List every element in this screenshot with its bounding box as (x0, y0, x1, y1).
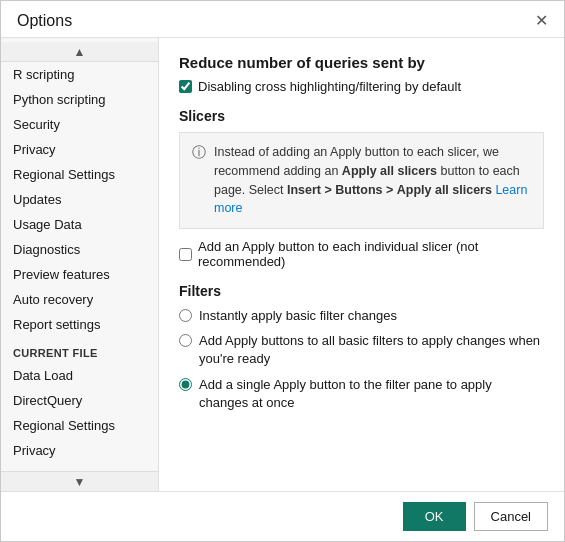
sidebar-item[interactable]: Preview features (1, 262, 158, 287)
close-button[interactable]: ✕ (531, 11, 552, 31)
ok-button[interactable]: OK (403, 502, 466, 531)
slicers-title: Slicers (179, 108, 544, 124)
filter-radio-label: Instantly apply basic filter changes (199, 307, 397, 325)
info-apply-all-2: Apply all slicers (397, 183, 492, 197)
section-title: Reduce number of queries sent by (179, 54, 544, 71)
filter-radio-label: Add a single Apply button to the filter … (199, 376, 544, 412)
disabling-checkbox[interactable] (179, 80, 192, 93)
title-bar: Options ✕ (1, 1, 564, 37)
sidebar-item[interactable]: R scripting (1, 62, 158, 87)
filter-radio-0[interactable] (179, 309, 192, 322)
sidebar-item[interactable]: Updates (1, 187, 158, 212)
sidebar-item[interactable]: Diagnostics (1, 237, 158, 262)
info-box: ⓘ Instead of adding an Apply button to e… (179, 132, 544, 229)
individual-checkbox-label: Add an Apply button to each individual s… (198, 239, 544, 269)
sidebar-item[interactable]: Privacy (1, 137, 158, 162)
filter-radio-row: Add a single Apply button to the filter … (179, 376, 544, 412)
dialog-body: ▲ R scriptingPython scriptingSecurityPri… (1, 37, 564, 491)
filter-radio-row: Instantly apply basic filter changes (179, 307, 544, 325)
filter-radio-2[interactable] (179, 378, 192, 391)
dialog-footer: OK Cancel (1, 491, 564, 541)
filter-radio-group: Instantly apply basic filter changesAdd … (179, 307, 544, 412)
sidebar-item[interactable]: Report settings (1, 312, 158, 337)
sidebar-item[interactable]: Regional Settings (1, 413, 158, 438)
sidebar-item[interactable]: Auto recovery (1, 287, 158, 312)
sidebar-item[interactable]: Regional Settings (1, 162, 158, 187)
scroll-down-button[interactable]: ▼ (1, 471, 158, 491)
disabling-checkbox-label: Disabling cross highlighting/filtering b… (198, 79, 461, 94)
cancel-button[interactable]: Cancel (474, 502, 548, 531)
individual-slicer-checkbox[interactable] (179, 248, 192, 261)
filter-radio-label: Add Apply buttons to all basic filters t… (199, 332, 544, 368)
info-icon: ⓘ (192, 144, 206, 162)
sidebar-item[interactable]: Auto recovery (1, 463, 158, 471)
sidebar-scroll-area: R scriptingPython scriptingSecurityPriva… (1, 62, 158, 471)
info-text: Instead of adding an Apply button to eac… (214, 143, 531, 218)
sidebar-item[interactable]: Usage Data (1, 212, 158, 237)
scroll-up-button[interactable]: ▲ (1, 42, 158, 62)
filters-title: Filters (179, 283, 544, 299)
disabling-checkbox-row: Disabling cross highlighting/filtering b… (179, 79, 544, 94)
sidebar-item[interactable]: Python scripting (1, 87, 158, 112)
sidebar-item[interactable]: Data Load (1, 363, 158, 388)
sidebar-global-list: R scriptingPython scriptingSecurityPriva… (1, 62, 158, 337)
info-insert: Insert > (287, 183, 332, 197)
sidebar: ▲ R scriptingPython scriptingSecurityPri… (1, 38, 159, 491)
sidebar-item[interactable]: Privacy (1, 438, 158, 463)
sidebar-current-file-list: Data LoadDirectQueryRegional SettingsPri… (1, 363, 158, 471)
options-dialog: Options ✕ ▲ R scriptingPython scriptingS… (0, 0, 565, 542)
sidebar-item[interactable]: DirectQuery (1, 388, 158, 413)
info-apply-all: Apply all slicers (342, 164, 437, 178)
sidebar-section-current-file: CURRENT FILE (1, 337, 158, 363)
filter-radio-row: Add Apply buttons to all basic filters t… (179, 332, 544, 368)
individual-checkbox-row: Add an Apply button to each individual s… (179, 239, 544, 269)
dialog-title: Options (17, 12, 72, 30)
filter-radio-1[interactable] (179, 334, 192, 347)
sidebar-item[interactable]: Security (1, 112, 158, 137)
main-content: Reduce number of queries sent by Disabli… (159, 38, 564, 491)
info-buttons: Buttons > (335, 183, 393, 197)
